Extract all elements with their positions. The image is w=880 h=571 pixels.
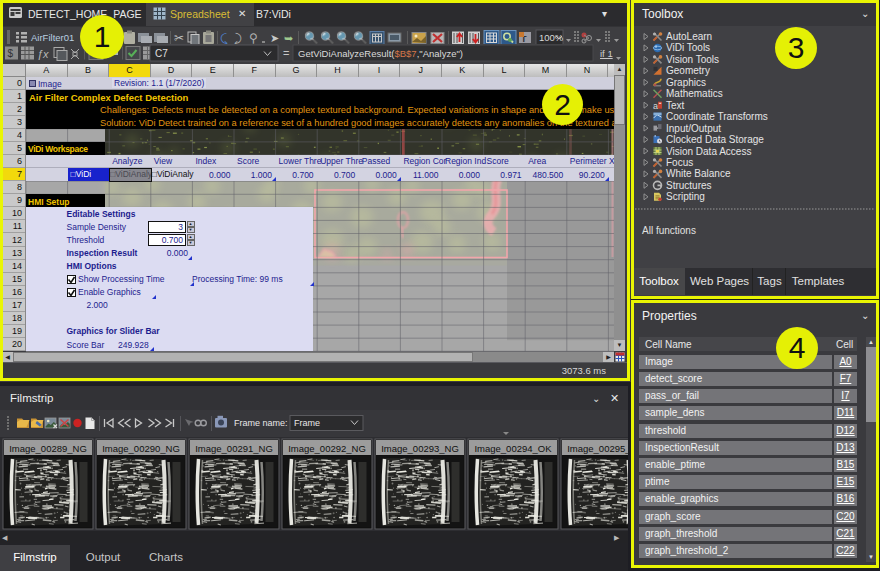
svg-text:Coordinate Transforms: Coordinate Transforms (666, 111, 768, 122)
svg-text:a: a (653, 101, 658, 111)
svg-text:Mathematics: Mathematics (666, 88, 723, 99)
svg-text:🔍: 🔍 (336, 30, 351, 45)
svg-text:➥: ➥ (284, 32, 293, 44)
svg-text:🔍: 🔍 (320, 30, 335, 45)
svg-text:🔍: 🔍 (353, 30, 368, 45)
svg-text:Image_00294_OK: Image_00294_OK (474, 443, 552, 454)
svg-text:Scripting: Scripting (666, 191, 705, 202)
svg-text:Geometry: Geometry (666, 65, 710, 76)
svg-text:All functions: All functions (642, 225, 696, 236)
svg-text:ViDi Tools: ViDi Tools (666, 42, 710, 53)
svg-text:White Balance: White Balance (666, 168, 731, 179)
svg-text:Image_00295_NG: Image_00295_NG (567, 443, 628, 454)
svg-text:Frame name:: Frame name: (234, 418, 288, 428)
svg-text:ƒx: ƒx (37, 48, 49, 60)
svg-text:⚲: ⚲ (249, 31, 258, 45)
svg-text:Focus: Focus (666, 157, 693, 168)
svg-text:GetViDiAnalyzeResult($B$7,"Ana: GetViDiAnalyzeResult($B$7,"Analyze") (298, 48, 463, 59)
svg-text:Image_00289_NG: Image_00289_NG (9, 443, 87, 454)
svg-text:Vision Data Access: Vision Data Access (666, 146, 751, 157)
svg-text:Image_00292_NG: Image_00292_NG (288, 443, 366, 454)
svg-text:Image_00293_NG: Image_00293_NG (381, 443, 459, 454)
svg-text:AirFilter01: AirFilter01 (31, 32, 74, 43)
svg-text:Frame: Frame (294, 418, 320, 428)
svg-text:C7: C7 (155, 48, 168, 59)
svg-text:=: = (283, 47, 289, 59)
svg-text:Graphics: Graphics (666, 77, 706, 88)
svg-text:Structures: Structures (666, 180, 712, 191)
svg-text:Text: Text (666, 100, 685, 111)
svg-text:➤: ➤ (270, 32, 279, 44)
svg-text:🔍: 🔍 (304, 30, 319, 45)
svg-text:✂: ✂ (174, 31, 184, 45)
svg-text:$: $ (8, 48, 14, 59)
svg-text:Image_00291_NG: Image_00291_NG (195, 443, 273, 454)
svg-text:Clocked Data Storage: Clocked Data Storage (666, 134, 764, 145)
svg-text:Image_00290_NG: Image_00290_NG (102, 443, 180, 454)
svg-text:AutoLearn: AutoLearn (666, 31, 712, 42)
svg-text:Vision Tools: Vision Tools (666, 54, 719, 65)
svg-text:Input/Output: Input/Output (666, 123, 721, 134)
svg-text:if 1: if 1 (600, 48, 613, 59)
